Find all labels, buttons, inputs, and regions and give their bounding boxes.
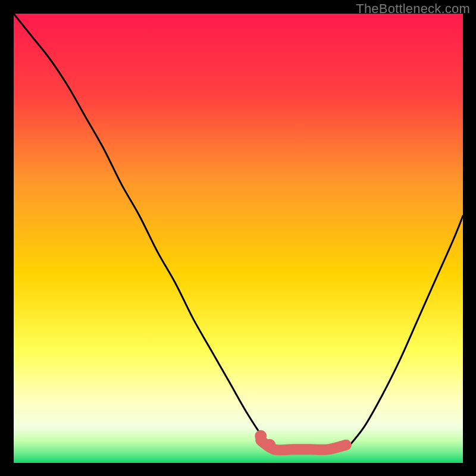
curves-layer <box>14 14 463 463</box>
right-curve <box>346 216 463 450</box>
watermark-text: TheBottleneck.com <box>356 1 470 17</box>
chart-frame: TheBottleneck.com <box>0 0 476 476</box>
marker-dot <box>255 430 267 442</box>
marker-dot <box>264 439 275 451</box>
left-curve <box>14 14 274 449</box>
